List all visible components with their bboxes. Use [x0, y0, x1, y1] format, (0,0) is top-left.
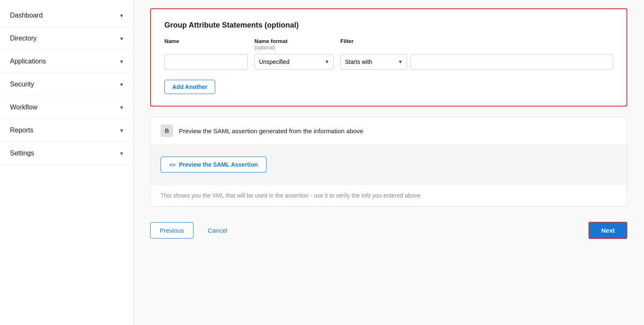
col-header-name-format: Name format (optional)	[254, 38, 334, 51]
next-button[interactable]: Next	[589, 222, 627, 239]
sidebar-item-applications[interactable]: Applications▾	[0, 50, 133, 73]
filter-type-select[interactable]: Starts with Equals Contains Regex	[340, 54, 407, 70]
form-table-header: Name Name format (optional) Filter	[164, 38, 613, 51]
name-format-select[interactable]: Unspecified URI Reference Basic	[254, 54, 334, 70]
chevron-down-icon-directory: ▾	[120, 35, 123, 42]
name-format-select-wrapper: Unspecified URI Reference Basic ▼	[254, 54, 334, 70]
cancel-button[interactable]: Cancel	[199, 222, 236, 239]
sidebar-item-label-directory: Directory	[10, 35, 37, 42]
preview-header-text: Preview the SAML assertion generated fro…	[179, 127, 363, 135]
preview-body: <> Preview the SAML Assertion	[151, 145, 627, 185]
add-another-button[interactable]: Add Another	[164, 80, 215, 94]
sidebar-item-label-settings: Settings	[10, 150, 34, 157]
form-row-1: Unspecified URI Reference Basic ▼ Starts…	[164, 54, 613, 70]
preview-saml-button[interactable]: <> Preview the SAML Assertion	[161, 157, 267, 173]
chevron-down-icon-workflow: ▾	[120, 104, 123, 111]
code-icon: <>	[169, 162, 176, 168]
col-header-filter: Filter	[340, 38, 613, 51]
preview-card: B Preview the SAML assertion generated f…	[150, 117, 627, 207]
sidebar-item-label-workflow: Workflow	[10, 104, 38, 111]
chevron-down-icon-applications: ▾	[120, 58, 123, 65]
chevron-down-icon-security: ▾	[120, 81, 123, 88]
sidebar-item-label-dashboard: Dashboard	[10, 12, 43, 19]
preview-header: B Preview the SAML assertion generated f…	[151, 117, 627, 145]
sidebar-item-security[interactable]: Security▾	[0, 73, 133, 96]
sidebar-item-label-applications: Applications	[10, 58, 46, 65]
name-input[interactable]	[164, 54, 248, 70]
step-badge: B	[161, 124, 173, 137]
sidebar-item-label-reports: Reports	[10, 127, 33, 134]
main-content: Group Attribute Statements (optional) Na…	[133, 0, 644, 325]
col-header-name: Name	[164, 38, 248, 51]
filter-select-wrapper: Starts with Equals Contains Regex ▼	[340, 54, 407, 70]
sidebar-item-reports[interactable]: Reports▾	[0, 119, 133, 142]
sidebar-item-directory[interactable]: Directory▾	[0, 27, 133, 50]
sidebar-item-workflow[interactable]: Workflow▾	[0, 96, 133, 119]
filter-value-input[interactable]	[410, 54, 613, 70]
previous-button[interactable]: Previous	[150, 222, 194, 239]
filter-row: Starts with Equals Contains Regex ▼	[340, 54, 613, 70]
preview-button-label: Preview the SAML Assertion	[179, 161, 258, 168]
chevron-down-icon-dashboard: ▾	[120, 12, 123, 19]
group-attribute-card: Group Attribute Statements (optional) Na…	[150, 8, 627, 107]
chevron-down-icon-settings: ▾	[120, 150, 123, 157]
footer-actions: Previous Cancel Next	[150, 217, 627, 244]
sidebar-item-dashboard[interactable]: Dashboard▾	[0, 4, 133, 27]
chevron-down-icon-reports: ▾	[120, 127, 123, 134]
preview-description: This shows you the XML that will be used…	[151, 185, 627, 206]
sidebar: Dashboard▾Directory▾Applications▾Securit…	[0, 0, 133, 325]
form-table: Name Name format (optional) Filter Unspe…	[164, 38, 613, 70]
footer-left: Previous Cancel	[150, 222, 236, 239]
sidebar-item-settings[interactable]: Settings▾	[0, 142, 133, 165]
sidebar-item-label-security: Security	[10, 81, 34, 88]
group-attribute-title: Group Attribute Statements (optional)	[164, 21, 613, 30]
